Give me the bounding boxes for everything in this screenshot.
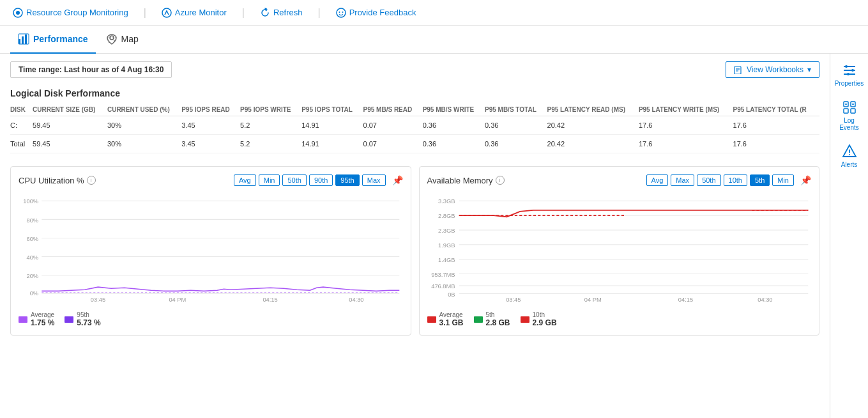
properties-label: Properties xyxy=(835,80,864,87)
svg-point-70 xyxy=(849,154,850,155)
memory-avg-color xyxy=(427,316,436,323)
svg-rect-7 xyxy=(22,36,24,44)
svg-text:04:30: 04:30 xyxy=(349,297,363,303)
svg-text:04:15: 04:15 xyxy=(678,297,692,303)
svg-point-12 xyxy=(114,40,115,42)
cpu-95th-color xyxy=(65,316,73,323)
time-range-button[interactable]: Time range: Last hour as of 4 Aug 16:30 xyxy=(10,61,172,78)
tab-performance[interactable]: Performance xyxy=(10,26,96,54)
cpu-ctrl-avg[interactable]: Avg xyxy=(234,174,256,186)
nav-refresh[interactable]: Refresh xyxy=(257,8,305,18)
cpu-ctrl-95th[interactable]: 95th xyxy=(335,174,359,186)
svg-rect-66 xyxy=(851,109,855,113)
col-size: CURRENT SIZE (GB) xyxy=(33,104,107,116)
col-used: CURRENT USED (%) xyxy=(107,104,181,116)
col-lat-write: P95 LATENCY WRITE (ms) xyxy=(639,104,733,116)
svg-text:1.4GB: 1.4GB xyxy=(438,257,455,263)
col-lat-total: P95 LATENCY TOTAL (r xyxy=(733,104,819,116)
col-mbs-total: P95 MB/s TOTAL xyxy=(485,104,547,116)
sidebar-alerts-button[interactable]: Alerts xyxy=(833,140,866,172)
memory-chart-svg-container: 3.3GB 2.8GB 2.3GB 1.9GB 1.4GB 953.7MB 47… xyxy=(427,191,812,306)
nav-provide-feedback[interactable]: Provide Feedback xyxy=(333,8,419,18)
svg-text:60%: 60% xyxy=(26,236,38,242)
charts-row: CPU Utilization % i Avg Min 50th 90th 95… xyxy=(10,166,819,336)
view-workbooks-button[interactable]: View Workbooks ▾ xyxy=(726,61,819,78)
cpu-info-icon[interactable]: i xyxy=(87,176,96,185)
memory-ctrl-5th[interactable]: 5th xyxy=(750,174,770,186)
memory-5th-color xyxy=(474,316,483,323)
col-disk: DISK xyxy=(10,104,33,116)
sidebar-log-events-button[interactable]: Log Events xyxy=(833,96,866,135)
svg-text:03:45: 03:45 xyxy=(506,297,521,303)
resource-group-icon xyxy=(13,8,23,18)
nav-azure-monitor[interactable]: Azure Monitor xyxy=(159,8,229,18)
cpu-chart-svg-container: 100% 80% 60% 40% 20% 0% xyxy=(19,191,403,306)
right-sidebar: Properties Log Events Alerts xyxy=(830,54,868,418)
alerts-icon xyxy=(842,144,857,159)
memory-legend-avg: Average 3.1 GB xyxy=(427,311,464,327)
memory-chart-title: Available Memory i xyxy=(427,176,505,185)
svg-text:04 PM: 04 PM xyxy=(169,297,186,303)
content-area: Time range: Last hour as of 4 Aug 16:30 … xyxy=(0,54,830,418)
nav-resource-group-monitoring[interactable]: Resource Group Monitoring xyxy=(10,8,131,18)
cpu-legend-avg: Average 1.75 % xyxy=(19,311,54,327)
memory-chart-header: Available Memory i Avg Max 50th 10th 5th… xyxy=(427,174,812,186)
cpu-ctrl-50th[interactable]: 50th xyxy=(282,174,306,186)
workbooks-icon xyxy=(734,65,743,74)
cpu-legend-95th: 95th 5.73 % xyxy=(65,311,100,327)
svg-text:100%: 100% xyxy=(23,198,38,205)
svg-point-11 xyxy=(109,42,110,43)
svg-point-5 xyxy=(342,12,343,13)
time-range-bar: Time range: Last hour as of 4 Aug 16:30 … xyxy=(10,61,819,78)
memory-ctrl-avg[interactable]: Avg xyxy=(646,174,669,186)
properties-icon xyxy=(842,63,857,78)
cpu-avg-color xyxy=(19,316,27,323)
svg-text:03:45: 03:45 xyxy=(91,297,105,303)
svg-text:20%: 20% xyxy=(26,273,38,279)
cpu-ctrl-min[interactable]: Min xyxy=(259,174,280,186)
svg-text:40%: 40% xyxy=(26,254,38,261)
svg-point-3 xyxy=(337,8,346,17)
svg-text:04 PM: 04 PM xyxy=(584,297,601,303)
memory-chart-card: Available Memory i Avg Max 50th 10th 5th… xyxy=(419,166,820,336)
cpu-ctrl-90th[interactable]: 90th xyxy=(309,174,333,186)
memory-ctrl-max[interactable]: Max xyxy=(671,174,694,186)
alerts-label: Alerts xyxy=(841,161,858,168)
tab-map[interactable]: Map xyxy=(98,26,146,54)
disk-performance-section: Logical Disk Performance DISK CURRENT SI… xyxy=(10,88,819,153)
performance-tab-icon xyxy=(18,33,29,45)
col-mbs-read: P95 MB/s READ xyxy=(363,104,423,116)
memory-ctrl-50th[interactable]: 50th xyxy=(697,174,720,186)
cpu-ctrl-max[interactable]: Max xyxy=(362,174,386,186)
table-row: C:59.4530%3.455.214.910.070.360.3620.421… xyxy=(10,116,819,135)
svg-rect-8 xyxy=(25,35,27,44)
cpu-chart-title: CPU Utilization % i xyxy=(19,176,96,185)
cpu-pin-icon[interactable]: 📌 xyxy=(392,175,403,185)
svg-text:04:15: 04:15 xyxy=(263,297,277,303)
memory-ctrl-10th[interactable]: 10th xyxy=(724,174,747,186)
disk-table-title: Logical Disk Performance xyxy=(10,88,819,98)
svg-text:0%: 0% xyxy=(30,290,38,297)
tab-bar: Performance Map xyxy=(0,26,868,54)
sidebar-properties-button[interactable]: Properties xyxy=(833,59,866,91)
feedback-icon xyxy=(336,8,346,18)
refresh-icon xyxy=(260,8,270,18)
cpu-chart-svg: 100% 80% 60% 40% 20% 0% xyxy=(19,191,403,306)
svg-text:476.8MB: 476.8MB xyxy=(431,283,455,290)
main-layout: Time range: Last hour as of 4 Aug 16:30 … xyxy=(0,54,868,418)
memory-chart-controls: Avg Max 50th 10th 5th Min 📌 xyxy=(646,174,811,186)
top-navigation: Resource Group Monitoring | Azure Monito… xyxy=(0,0,868,26)
memory-ctrl-min[interactable]: Min xyxy=(772,174,794,186)
memory-legend-5th: 5th 2.8 GB xyxy=(474,311,510,327)
svg-point-4 xyxy=(339,12,340,13)
memory-pin-icon[interactable]: 📌 xyxy=(800,175,811,185)
memory-chart-legend: Average 3.1 GB 5th 2.8 GB xyxy=(427,311,812,327)
svg-text:04:30: 04:30 xyxy=(758,297,772,303)
col-iops-write: P95 IOPs WRITE xyxy=(240,104,301,116)
disk-performance-table: DISK CURRENT SIZE (GB) CURRENT USED (%) … xyxy=(10,104,819,153)
log-events-label: Log Events xyxy=(835,117,864,131)
cpu-chart-controls: Avg Min 50th 90th 95th Max 📌 xyxy=(234,174,403,186)
svg-rect-14 xyxy=(735,66,741,74)
table-row: Total59.4530%3.455.214.910.070.360.3620.… xyxy=(10,135,819,153)
memory-info-icon[interactable]: i xyxy=(496,176,505,185)
